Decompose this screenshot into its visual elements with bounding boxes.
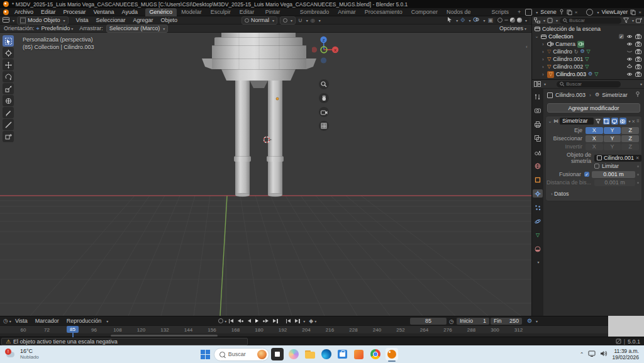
tray-monitor-icon[interactable] — [588, 350, 596, 358]
new-collection-icon[interactable] — [636, 18, 642, 23]
search-highlight-photo[interactable] — [257, 350, 267, 359]
mode-selector[interactable]: Modo Objeto ▾ — [17, 16, 69, 25]
clock-widget[interactable]: 11:39 a.m. 19/02/2026 — [612, 348, 639, 360]
timeline-menu-marcador[interactable]: Marcador — [31, 318, 63, 324]
flip-x-button[interactable]: X — [586, 143, 603, 150]
tab-pintar-texturas[interactable]: Pintar texturas — [261, 8, 296, 16]
tab-modelar[interactable]: Modelar — [177, 8, 206, 16]
viewport-3d[interactable]: Personalizada (perspectiva) (85) Collect… — [0, 33, 531, 316]
sidebar-collapse-arrow[interactable]: ‹ — [526, 44, 528, 50]
render-camera-icon[interactable] — [635, 34, 641, 39]
menu-agregar[interactable]: Agregar — [129, 17, 157, 23]
taskbar-chrome[interactable] — [369, 348, 382, 360]
tab-output[interactable] — [533, 120, 543, 128]
frame-back-button[interactable] — [284, 319, 293, 323]
taskbar-m365[interactable] — [353, 348, 365, 360]
menu-procesar[interactable]: Procesar — [60, 9, 90, 15]
flip-z-button[interactable]: Z — [621, 143, 639, 150]
outliner-row-camera[interactable]: › Camera — [532, 40, 644, 48]
bisect-z-button[interactable]: Z — [621, 135, 639, 142]
axis-z-button[interactable]: Z — [621, 127, 639, 134]
taskbar-copilot[interactable] — [287, 348, 300, 360]
remove-viewlayer-icon[interactable]: × — [638, 9, 641, 15]
outliner-row-cilindro[interactable]: › ▽ Cilindro ↻ ⚙ ▽ — [532, 48, 644, 55]
taskbar-search[interactable]: Buscar — [214, 348, 269, 361]
timeline-menu-vista[interactable]: Vista — [11, 318, 31, 324]
collection-checkbox[interactable]: ✓ — [619, 34, 624, 39]
merge-checkbox[interactable]: ✓ — [584, 172, 589, 177]
breadcrumb-object[interactable]: Cilindro.003 — [555, 92, 586, 98]
tab-render[interactable] — [533, 106, 543, 114]
menu-archivo[interactable]: Archivo — [11, 9, 37, 15]
tab-world[interactable] — [533, 162, 543, 170]
tab-scene[interactable] — [533, 148, 543, 156]
clear-object-icon[interactable]: × — [636, 155, 639, 161]
navigation-gizmo[interactable]: Z X — [312, 35, 341, 67]
properties-search-input[interactable] — [566, 81, 618, 87]
keying-icon[interactable]: ⚙ — [527, 318, 532, 324]
tool-scale[interactable] — [3, 83, 14, 94]
outliner-scene-root[interactable]: Colección de la escena — [532, 25, 644, 33]
start-button[interactable] — [199, 348, 212, 360]
shading-wireframe-button[interactable] — [497, 18, 502, 23]
bisect-distance-field[interactable]: 0.001 m — [594, 179, 635, 186]
taskbar-app-dark[interactable] — [271, 348, 284, 360]
outliner-search[interactable] — [560, 18, 621, 24]
properties-search[interactable] — [557, 81, 621, 87]
tab-object[interactable] — [533, 176, 543, 184]
perspective-toggle-button[interactable] — [319, 121, 329, 131]
tab-object-data[interactable]: ▽ — [533, 231, 543, 239]
prev-keyframe-button[interactable] — [236, 319, 246, 323]
outliner-collection-row[interactable]: ⌄ Collection ✓ — [532, 33, 644, 40]
tab-esculpir[interactable]: Esculpir — [206, 8, 235, 16]
tab-add-workspace[interactable]: + — [513, 8, 525, 16]
render-camera-icon[interactable] — [635, 42, 641, 47]
modifier-panel-header[interactable]: ⌄ ⋈ Simetrizar ▾ × ⠿ — [546, 116, 641, 126]
tab-tool[interactable] — [533, 92, 543, 101]
blender-menu-icon[interactable] — [3, 9, 9, 15]
tab-scripts[interactable]: Scripts — [487, 8, 513, 16]
axis-x-button[interactable]: X — [586, 127, 603, 134]
menu-vista[interactable]: Vista — [72, 17, 92, 23]
playhead-line[interactable] — [72, 333, 74, 337]
menu-seleccionar[interactable]: Seleccionar — [92, 17, 129, 23]
modifier-name-field[interactable]: Simetrizar — [560, 118, 594, 125]
frame-start-field[interactable]: Inicio 1 — [457, 318, 489, 325]
render-camera-icon[interactable] — [635, 72, 641, 77]
next-keyframe-button[interactable] — [261, 319, 271, 323]
new-scene-icon[interactable] — [567, 9, 572, 15]
tab-particles[interactable] — [533, 203, 543, 211]
frame-end-field[interactable]: Fin 250 — [491, 318, 522, 325]
filter-icon[interactable] — [623, 18, 629, 23]
clipping-checkbox[interactable] — [594, 164, 599, 169]
eye-closed-icon[interactable] — [626, 49, 633, 54]
bisect-y-button[interactable]: Y — [604, 135, 621, 142]
outliner-editor-icon[interactable] — [534, 18, 540, 23]
pivot-point-selector[interactable]: ▾ — [280, 16, 296, 25]
tab-generico[interactable]: Genérico — [145, 8, 177, 16]
taskbar-store[interactable] — [336, 348, 349, 360]
modifier-filter-icon[interactable] — [595, 118, 602, 125]
modifier-realtime-toggle[interactable] — [611, 118, 618, 125]
modifier-editmode-toggle[interactable] — [603, 118, 610, 125]
tab-animar[interactable]: Animar — [333, 8, 360, 16]
outliner-search-input[interactable] — [569, 18, 618, 23]
tool-annotate[interactable] — [3, 107, 14, 118]
viewlayer-selector[interactable]: ViewLayer — [601, 9, 628, 15]
weather-widget[interactable]: ! 16°C Nublado — [5, 348, 39, 360]
gizmos-icon[interactable]: ⟐ — [460, 17, 465, 24]
editor-type-icon[interactable] — [3, 17, 9, 24]
tab-sombreado[interactable]: Sombreado — [296, 8, 334, 16]
animate-dot[interactable] — [637, 174, 639, 176]
merge-threshold-field[interactable]: 0.001 m — [592, 171, 635, 178]
tool-cursor[interactable] — [3, 47, 14, 59]
overlays-icon[interactable] — [473, 17, 479, 23]
new-viewlayer-icon[interactable] — [630, 9, 636, 15]
flip-y-button[interactable]: Y — [604, 143, 621, 150]
outliner-display-mode-icon[interactable] — [547, 18, 553, 23]
tray-chevron-up[interactable]: ⌃ — [580, 352, 584, 357]
mirror-object-field[interactable]: Cilindro.001 × — [594, 155, 641, 162]
modifier-drag-handle[interactable]: ⠿ — [636, 119, 640, 124]
snap-magnet-icon[interactable]: ∪ — [298, 17, 303, 23]
unlink-scene-icon[interactable]: × — [575, 9, 578, 15]
